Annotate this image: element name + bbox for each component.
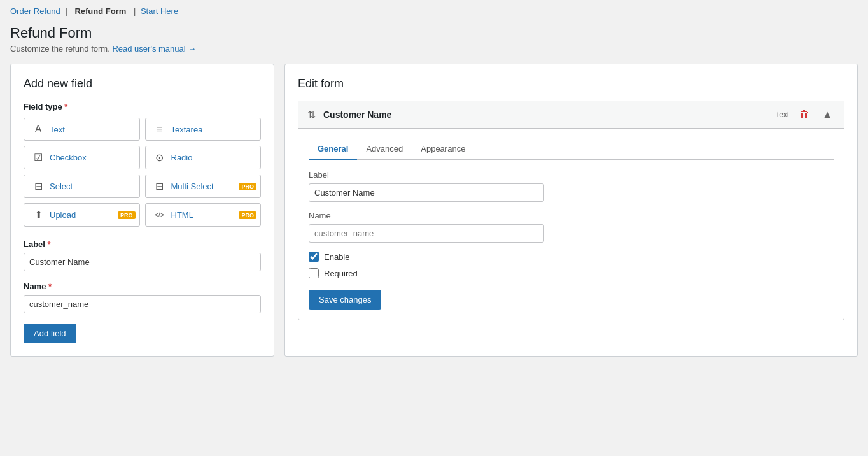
field-type-select-label: Select bbox=[50, 182, 73, 191]
upload-pro-badge: PRO bbox=[118, 211, 136, 219]
name-required: * bbox=[48, 281, 52, 291]
name-input[interactable] bbox=[24, 295, 261, 313]
field-type-radio-label: Radio bbox=[171, 153, 193, 162]
save-changes-button[interactable]: Save changes bbox=[309, 290, 381, 310]
add-new-field-panel: Add new field Field type * A Text ≡ Text… bbox=[10, 64, 274, 357]
tab-general[interactable]: General bbox=[309, 139, 357, 160]
field-type-group: Field type * A Text ≡ Textarea ☑ Checkbo… bbox=[24, 102, 261, 227]
right-name-input[interactable] bbox=[309, 224, 544, 243]
right-name-label: Name bbox=[309, 211, 834, 220]
label-group: Label * bbox=[24, 239, 261, 271]
field-type-checkbox-label: Checkbox bbox=[50, 153, 87, 162]
page-title: Refund Form bbox=[0, 20, 868, 44]
label-required: * bbox=[48, 239, 51, 249]
html-icon: </> bbox=[153, 211, 166, 218]
right-label-group: Label bbox=[309, 170, 834, 202]
left-panel-title: Add new field bbox=[24, 77, 261, 90]
page-description-text: Customize the refund form. bbox=[10, 44, 110, 53]
field-type-label: Field type * bbox=[24, 102, 261, 111]
field-type-checkbox[interactable]: ☑ Checkbox bbox=[24, 146, 140, 169]
delete-field-button[interactable]: 🗑 bbox=[797, 108, 812, 122]
field-type-textarea[interactable]: ≡ Textarea bbox=[145, 118, 262, 141]
breadcrumb: Order Refund | Refund Form | Start Here bbox=[10, 6, 178, 16]
field-type-upload-label: Upload bbox=[50, 210, 76, 220]
label-input[interactable] bbox=[24, 253, 261, 271]
breadcrumb-order-refund[interactable]: Order Refund bbox=[10, 6, 60, 16]
page-description: Customize the refund form. Read user's m… bbox=[0, 44, 868, 64]
field-type-textarea-label: Textarea bbox=[171, 125, 203, 134]
enable-group: Enable bbox=[309, 252, 834, 262]
name-group: Name * bbox=[24, 281, 261, 313]
manual-link[interactable]: Read user's manual → bbox=[112, 44, 196, 53]
field-type-text[interactable]: A Text bbox=[24, 118, 140, 141]
field-type-multiselect[interactable]: ⊟ Multi Select PRO bbox=[145, 175, 262, 198]
field-row: ⇅ Customer Name text 🗑 ▲ General Advance… bbox=[298, 101, 844, 320]
collapse-field-button[interactable]: ▲ bbox=[820, 108, 835, 122]
breadcrumb-refund-form: Refund Form bbox=[74, 6, 126, 16]
edit-form-panel: Edit form ⇅ Customer Name text 🗑 ▲ Gener… bbox=[284, 64, 858, 357]
tab-advanced[interactable]: Advanced bbox=[357, 139, 412, 160]
field-tabs: General Advanced Appearance bbox=[309, 139, 834, 160]
right-name-group: Name bbox=[309, 211, 834, 243]
sort-icon: ⇅ bbox=[307, 109, 316, 121]
radio-icon: ⊙ bbox=[153, 152, 166, 164]
field-type-text-label: Text bbox=[50, 125, 65, 134]
field-types-grid: A Text ≡ Textarea ☑ Checkbox ⊙ Radio ⊟ bbox=[24, 118, 261, 227]
name-label: Name * bbox=[24, 281, 261, 291]
select-icon: ⊟ bbox=[32, 180, 45, 192]
required-checkbox[interactable] bbox=[309, 268, 319, 278]
upload-icon: ⬆ bbox=[32, 209, 45, 221]
field-type-select[interactable]: ⊟ Select bbox=[24, 175, 140, 198]
field-type-tag: text bbox=[777, 110, 789, 119]
main-content: Add new field Field type * A Text ≡ Text… bbox=[0, 64, 868, 367]
field-row-name: Customer Name bbox=[323, 110, 769, 120]
field-type-multiselect-label: Multi Select bbox=[171, 182, 214, 191]
field-row-header: ⇅ Customer Name text 🗑 ▲ bbox=[298, 101, 844, 129]
trash-icon: 🗑 bbox=[799, 109, 809, 120]
enable-checkbox[interactable] bbox=[309, 252, 319, 262]
right-panel-title: Edit form bbox=[298, 77, 844, 90]
required-group: Required bbox=[309, 268, 834, 278]
required-label[interactable]: Required bbox=[324, 269, 358, 278]
field-type-html-label: HTML bbox=[171, 210, 193, 220]
right-label-label: Label bbox=[309, 170, 834, 180]
add-field-button[interactable]: Add field bbox=[24, 324, 76, 343]
right-label-input[interactable] bbox=[309, 183, 544, 202]
label-label: Label * bbox=[24, 239, 261, 249]
html-pro-badge: PRO bbox=[239, 211, 256, 219]
enable-label[interactable]: Enable bbox=[324, 252, 349, 262]
breadcrumb-sep2: | bbox=[134, 6, 138, 16]
field-type-html[interactable]: </> HTML PRO bbox=[145, 203, 262, 227]
field-type-upload[interactable]: ⬆ Upload PRO bbox=[24, 203, 140, 227]
multiselect-pro-badge: PRO bbox=[239, 183, 256, 190]
tab-appearance[interactable]: Appearance bbox=[412, 139, 474, 160]
textarea-icon: ≡ bbox=[153, 124, 166, 135]
checkbox-icon: ☑ bbox=[32, 152, 45, 164]
breadcrumb-sep1: | bbox=[65, 6, 69, 16]
text-icon: A bbox=[32, 124, 45, 135]
multiselect-icon: ⊟ bbox=[153, 180, 166, 192]
field-row-body: General Advanced Appearance Label Name E… bbox=[298, 129, 844, 320]
field-type-required: * bbox=[64, 102, 67, 111]
field-type-radio[interactable]: ⊙ Radio bbox=[145, 146, 262, 169]
chevron-up-icon: ▲ bbox=[822, 109, 832, 120]
breadcrumb-start-here[interactable]: Start Here bbox=[141, 6, 178, 16]
